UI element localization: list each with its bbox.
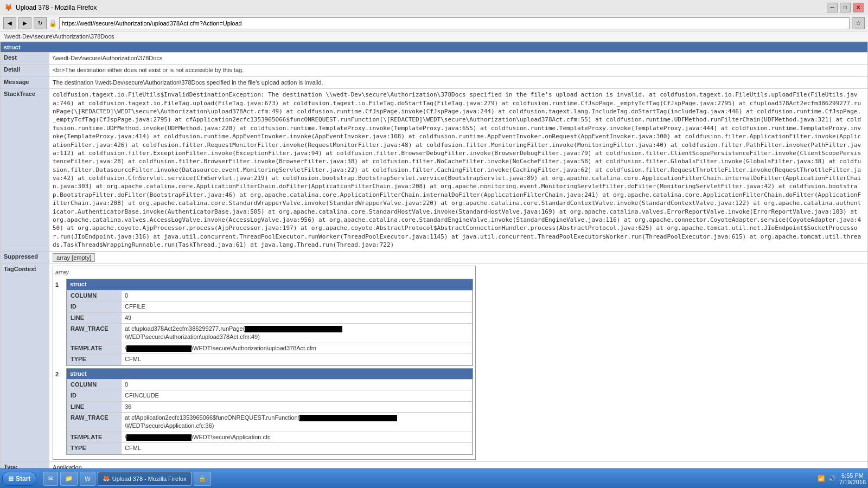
volume-icon: 🔊: [828, 475, 836, 482]
struct-row: LINE49: [67, 312, 473, 323]
struct-field-value: at cfupload378Act2ecfm386299277.runPage(…: [122, 323, 473, 343]
struct-field-label: ID: [67, 301, 122, 312]
array-index-2: 2: [55, 368, 66, 378]
back-button[interactable]: ◀: [3, 17, 16, 29]
struct-field-value: 0: [122, 290, 473, 301]
struct-field-value: CFINCLUDE: [122, 390, 473, 401]
maximize-button[interactable]: □: [840, 3, 851, 12]
struct-container-2: struct COLUMN0IDCFINCLUDELINE36RAW_TRACE…: [66, 368, 473, 455]
detail-row: Detail <br>The destination either does n…: [1, 65, 868, 76]
content-area: struct Dest \\wedt-Dev\secure\Authorizat…: [0, 42, 868, 470]
struct-row: IDCFFILE: [67, 301, 473, 312]
struct-header-1: struct: [67, 279, 473, 290]
struct-row: LINE36: [67, 401, 473, 412]
struct-row: TYPECFML: [67, 443, 473, 454]
start-button[interactable]: ⊞ Start: [2, 472, 36, 486]
struct-field-label: TEMPLATE: [67, 343, 122, 354]
struct-field-label: ID: [67, 390, 122, 401]
struct-field-value: 0: [122, 379, 473, 390]
struct-row: RAW_TRACEat cfupload378Act2ecfm386299277…: [67, 323, 473, 343]
taskbar-outlook[interactable]: ✉: [43, 472, 58, 486]
address-input[interactable]: [59, 17, 850, 29]
stacktrace-row: StackTrace coldfusion.tagext.io.FileUtil…: [1, 89, 868, 251]
detail-label: Detail: [1, 65, 49, 76]
struct-field-label: COLUMN: [67, 379, 122, 390]
dest-value: \\wedt-Dev\secure\Authorization\378Docs: [49, 53, 868, 65]
struct-field-value: 36: [122, 401, 473, 412]
network-icon: 📶: [818, 475, 825, 482]
struct-field-value: 49: [122, 312, 473, 323]
word-icon: W: [85, 476, 90, 482]
window-controls: ─ □ ✕: [827, 3, 864, 12]
time-display: 6:55 PM 7/19/2016: [839, 472, 866, 485]
struct-field-label: TYPE: [67, 443, 122, 454]
taskbar-separator: [40, 472, 40, 485]
date: 7/19/2016: [839, 479, 866, 485]
struct-header-2: struct: [67, 369, 473, 379]
redacted-bar: [126, 345, 192, 352]
struct-container-1: struct COLUMN0IDCFFILELINE49RAW_TRACEat …: [66, 279, 473, 365]
bookmark-button[interactable]: ☆: [852, 17, 865, 29]
struct-field-value: CFFILE: [122, 301, 473, 312]
firefox-icon: 🦊: [103, 475, 110, 482]
redacted-bar: [126, 434, 192, 441]
struct-field-label: RAW_TRACE: [67, 413, 122, 432]
address-bar: ◀ ▶ ↻ 🔒 ☆: [0, 15, 868, 31]
close-button[interactable]: ✕: [853, 3, 864, 12]
array-item-2: 2 struct COLUMN0IDCFINCLUDELINE36RAW_TRA…: [55, 368, 473, 455]
stacktrace-value: coldfusion.tagext.io.FileUtils$InvalidDe…: [49, 89, 868, 251]
message-label: Message: [1, 76, 49, 88]
folder-icon: 📁: [65, 475, 73, 482]
tagcontext-row: TagContext array 1 struct COLUMN0IDCFFIL…: [1, 264, 868, 461]
struct-field-value: \\WEDT\secure\Authorization\upload378Act…: [122, 343, 473, 354]
array-index-1: 1: [55, 279, 66, 289]
array-label: array: [55, 268, 473, 277]
struct-field-label: TYPE: [67, 354, 122, 365]
struct-row: TEMPLATE\\WEDT\secure\Authorization\uplo…: [67, 343, 473, 354]
taskbar-explorer[interactable]: 📁: [60, 472, 78, 486]
security-icon: 🔒: [199, 475, 206, 482]
taskbar: ⊞ Start ✉ 📁 W 🦊 Upload 378 - Mozilla Fir…: [0, 468, 868, 488]
tagcontext-value: array 1 struct COLUMN0IDCFFILELINE49RAW_…: [49, 264, 868, 461]
struct-row: TYPECFML: [67, 354, 473, 365]
error-table: struct Dest \\wedt-Dev\secure\Authorizat…: [0, 42, 868, 470]
taskbar-right: 📶 🔊 6:55 PM 7/19/2016: [818, 472, 866, 485]
taskbar-security[interactable]: 🔒: [194, 472, 211, 486]
detail-value: <br>The destination either does not exis…: [49, 65, 868, 76]
minimize-button[interactable]: ─: [827, 3, 838, 12]
struct-field-label: LINE: [67, 401, 122, 412]
suppressed-label: Suppressed: [1, 251, 49, 264]
browser-icon: 🦊: [4, 4, 12, 11]
struct-row: RAW_TRACEat cfApplication2ecfc1353965066…: [67, 413, 473, 432]
taskbar-firefox-label: Upload 378 - Mozilla Firefox: [112, 476, 187, 482]
forward-button[interactable]: ▶: [18, 17, 31, 29]
redacted-bar: [245, 326, 342, 332]
section-header: struct: [1, 42, 868, 53]
array-item-1: 1 struct COLUMN0IDCFFILELINE49RAW_TRACEa…: [55, 279, 473, 365]
stacktrace-label: StackTrace: [1, 89, 49, 251]
struct-row: COLUMN0: [67, 379, 473, 390]
reload-button[interactable]: ↻: [34, 17, 47, 29]
breadcrumb: \\wedt-Dev\secure\Authorization\378Docs: [0, 31, 868, 42]
taskbar-firefox[interactable]: 🦊 Upload 378 - Mozilla Firefox: [98, 472, 192, 486]
struct-field-label: COLUMN: [67, 290, 122, 301]
outlook-icon: ✉: [48, 475, 53, 482]
time: 6:55 PM: [839, 472, 866, 479]
taskbar-word[interactable]: W: [80, 472, 95, 486]
title-bar: 🦊 Upload 378 - Mozilla Firefox ─ □ ✕: [0, 0, 868, 15]
dest-label: Dest: [1, 53, 49, 65]
suppressed-value: array [empty]: [49, 251, 868, 264]
struct-field-value: CFML: [122, 443, 473, 454]
struct-row: TEMPLATE\\WEDT\secure\Application.cfc: [67, 432, 473, 442]
message-value: The destination \\wedt-Dev\secure\Author…: [49, 76, 868, 88]
suppressed-array-button[interactable]: array [empty]: [53, 253, 95, 262]
struct-field-value: \\WEDT\secure\Application.cfc: [122, 432, 473, 442]
lock-icon: 🔒: [49, 20, 57, 27]
struct-field-value: CFML: [122, 354, 473, 365]
message-row: Message The destination \\wedt-Dev\secur…: [1, 76, 868, 88]
struct-field-label: TEMPLATE: [67, 432, 122, 442]
dest-row: Dest \\wedt-Dev\secure\Authorization\378…: [1, 53, 868, 65]
struct-table-1: COLUMN0IDCFFILELINE49RAW_TRACEat cfuploa…: [67, 290, 473, 365]
tagcontext-array-container: array 1 struct COLUMN0IDCFFILELINE49RAW_…: [53, 266, 476, 460]
suppressed-row: Suppressed array [empty]: [1, 251, 868, 264]
